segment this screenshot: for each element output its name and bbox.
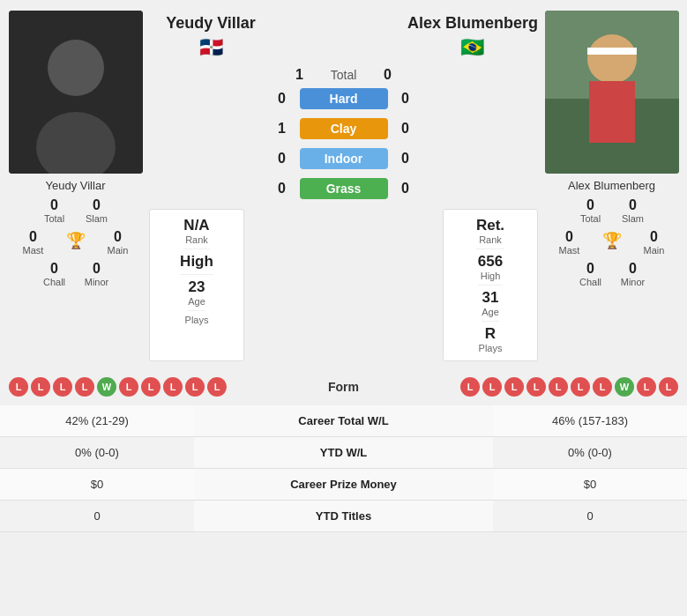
right-form-7: L <box>593 377 612 397</box>
right-minor-label: Minor <box>621 277 646 287</box>
left-prize: $0 <box>0 469 194 501</box>
center-top: Yeudy Villar 🇩🇴 Alex Blumenberg 🇧🇷 <box>149 11 538 59</box>
surfaces-container: 0 Hard 0 1 Clay 0 0 Indoor 0 0 Grass <box>149 85 538 202</box>
left-high-row: High <box>180 249 213 275</box>
right-chall-value: 0 <box>586 261 594 277</box>
right-mast-value: 0 <box>565 229 573 245</box>
prize-row: $0 Career Prize Money $0 <box>0 469 687 501</box>
left-titles: 0 <box>0 501 194 532</box>
right-chall-label: Chall <box>579 277 601 287</box>
right-age-value: 31 <box>482 289 499 307</box>
right-form-9: L <box>637 377 656 397</box>
career-wl-row: 42% (21-29) Career Total W/L 46% (157-18… <box>0 405 687 437</box>
svg-rect-6 <box>589 81 635 143</box>
right-total-value: 0 <box>586 197 594 213</box>
right-plays-row: R Plays <box>479 322 503 357</box>
total-row: 1 Total 0 <box>149 67 538 83</box>
form-section: L L L L W L L L L L Form L L L L L L L W… <box>0 370 687 404</box>
left-age-label: Age <box>188 296 205 307</box>
hard-right: 0 <box>397 91 414 107</box>
right-player-name: Alex Blumenberg <box>568 179 655 192</box>
left-age-value: 23 <box>189 278 205 296</box>
right-form-4: L <box>526 377 546 397</box>
indoor-badge: Indoor <box>300 148 388 169</box>
right-career-wl: 46% (157-183) <box>493 405 687 437</box>
grass-row: 0 Grass 0 <box>149 178 538 199</box>
right-form-badges: L L L L L L L W L L <box>460 377 678 397</box>
left-flag: 🇩🇴 <box>199 36 223 59</box>
left-minor-value: 0 <box>93 261 101 277</box>
indoor-right: 0 <box>397 151 414 167</box>
right-main-label: Main <box>644 245 665 256</box>
left-form-7: L <box>141 377 161 397</box>
left-slam-value: 0 <box>93 197 101 213</box>
left-form-3: L <box>53 377 72 397</box>
right-minor-value: 0 <box>629 261 637 277</box>
left-form-6: L <box>119 377 138 397</box>
left-stats-row2: 0 Mast 🏆 0 Main <box>17 229 135 256</box>
right-high-label: High <box>481 271 501 281</box>
svg-point-1 <box>48 40 104 96</box>
left-player-header: Yeudy Villar 🇩🇴 <box>149 11 273 59</box>
right-mast-label: Mast <box>559 245 580 256</box>
right-plays-label: Plays <box>479 343 503 353</box>
left-form-4: L <box>75 377 94 397</box>
right-form-1: L <box>460 377 480 397</box>
left-ytd-wl: 0% (0-0) <box>0 437 194 469</box>
right-form-3: L <box>504 377 524 397</box>
titles-row: 0 YTD Titles 0 <box>0 501 687 532</box>
left-main-value: 0 <box>114 229 122 245</box>
right-form-2: L <box>482 377 502 397</box>
main-container: Yeudy Villar 0 Total 0 Slam 0 Mast 🏆 <box>0 0 687 532</box>
left-main-label: Main <box>108 245 129 256</box>
right-main-value: 0 <box>650 229 658 245</box>
right-prize: $0 <box>493 469 687 501</box>
left-info-box: N/A Rank High 23 Age Plays <box>149 209 244 361</box>
right-header-name: Alex Blumenberg <box>407 14 538 33</box>
right-flag: 🇧🇷 <box>460 36 484 59</box>
left-player-photo <box>9 11 143 174</box>
center-bottom-boxes: N/A Rank High 23 Age Plays <box>149 209 538 361</box>
left-high-value: High <box>180 253 213 271</box>
left-mast-cell: 0 Mast <box>17 229 50 256</box>
center-col: Yeudy Villar 🇩🇴 Alex Blumenberg 🇧🇷 1 Tot… <box>149 11 538 361</box>
right-form-10: L <box>659 377 678 397</box>
right-high-value: 656 <box>478 253 503 271</box>
left-form-8: L <box>163 377 183 397</box>
right-form-6: L <box>571 377 590 397</box>
clay-right: 0 <box>397 121 414 137</box>
right-chall-cell: 0 Chall <box>574 261 608 287</box>
ytd-wl-label: YTD W/L <box>194 437 493 469</box>
left-minor-cell: 0 Minor <box>80 261 114 287</box>
right-plays-value: R <box>485 325 496 343</box>
titles-label: YTD Titles <box>194 501 493 532</box>
right-trophy-cell: 🏆 <box>595 229 629 256</box>
right-trophy-icon: 🏆 <box>602 231 622 250</box>
right-age-row: 31 Age <box>482 286 499 322</box>
left-slam-label: Slam <box>86 213 108 224</box>
left-age-row: 23 Age <box>188 275 205 311</box>
hard-left: 0 <box>273 91 291 107</box>
right-player-col: Alex Blumenberg 0 Total 0 Slam 0 Mast 🏆 <box>543 11 680 287</box>
top-area: Yeudy Villar 0 Total 0 Slam 0 Mast 🏆 <box>0 0 687 361</box>
ytd-wl-row: 0% (0-0) YTD W/L 0% (0-0) <box>0 437 687 469</box>
left-mast-label: Mast <box>23 245 44 256</box>
left-total-cell: 0 Total <box>38 197 71 224</box>
left-main-cell: 0 Main <box>101 229 135 256</box>
right-total-label: Total <box>580 213 601 224</box>
left-rank-row: N/A Rank <box>183 213 209 249</box>
right-player-header: Alex Blumenberg 🇧🇷 <box>407 11 538 59</box>
svg-point-5 <box>587 34 637 84</box>
left-form-9: L <box>185 377 205 397</box>
left-rank-label: Rank <box>185 234 208 245</box>
right-total-cell: 0 Total <box>574 197 608 224</box>
grass-right: 0 <box>397 181 414 197</box>
clay-badge: Clay <box>300 118 388 139</box>
right-age-label: Age <box>482 307 499 317</box>
left-total-label: Total <box>44 213 64 224</box>
left-form-1: L <box>9 377 28 397</box>
left-player-col: Yeudy Villar 0 Total 0 Slam 0 Mast 🏆 <box>7 11 144 287</box>
left-chall-cell: 0 Chall <box>38 261 71 287</box>
total-right-score: 0 <box>379 67 397 83</box>
right-minor-cell: 0 Minor <box>616 261 650 287</box>
